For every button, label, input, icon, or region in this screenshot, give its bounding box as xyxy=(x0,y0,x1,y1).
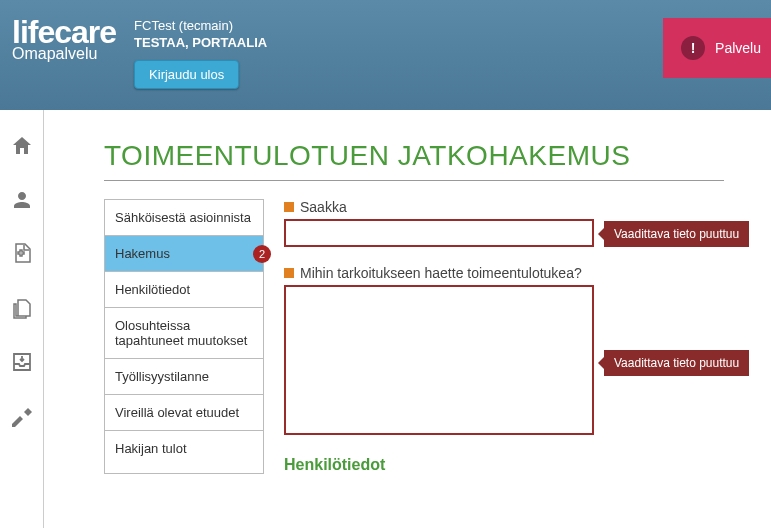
page-title: TOIMEENTULOTUEN JATKOHAKEMUS xyxy=(104,140,771,172)
alert-icon: ! xyxy=(681,36,705,60)
step-hakemus[interactable]: Hakemus 2 xyxy=(105,236,263,272)
app-header: lifecare Omapalvelu FCTest (tecmain) TES… xyxy=(0,0,771,110)
step-vireilla[interactable]: Vireillä olevat etuudet xyxy=(105,395,263,431)
body-wrap: TOIMEENTULOTUEN JATKOHAKEMUS Sähköisestä… xyxy=(0,110,771,528)
step-label: Hakemus xyxy=(115,246,170,261)
service-alert[interactable]: ! Palvelu xyxy=(663,18,771,78)
form-column: Saakka Vaadittava tieto puuttuu Mihin ta… xyxy=(284,199,771,474)
field-saakka: Saakka Vaadittava tieto puuttuu xyxy=(284,199,771,247)
user-block: FCTest (tecmain) TESTAA, PORTAALIA Kirja… xyxy=(134,18,267,89)
person-icon[interactable] xyxy=(10,188,34,212)
step-hakijan-tulot[interactable]: Hakijan tulot xyxy=(105,431,263,466)
error-message: Vaadittava tieto puuttuu xyxy=(604,221,749,247)
error-badge: 2 xyxy=(253,245,271,263)
step-henkilotiedot[interactable]: Henkilötiedot xyxy=(105,272,263,308)
field-tarkoitus: Mihin tarkoitukseen haette toimeentulotu… xyxy=(284,265,771,438)
label-text: Saakka xyxy=(300,199,347,215)
main-row: Sähköisestä asioinnista Hakemus 2 Henkil… xyxy=(104,199,771,474)
step-label: Sähköisestä asioinnista xyxy=(115,210,251,225)
saakka-input[interactable] xyxy=(284,219,594,247)
inbox-icon[interactable] xyxy=(10,350,34,374)
gavel-icon[interactable] xyxy=(10,404,34,428)
error-message: Vaadittava tieto puuttuu xyxy=(604,350,749,376)
step-label: Hakijan tulot xyxy=(115,441,187,456)
title-divider xyxy=(104,180,724,181)
logo: lifecare Omapalvelu xyxy=(12,18,116,63)
field-label: Saakka xyxy=(284,199,771,215)
step-label: Työllisyystilanne xyxy=(115,369,209,384)
step-label: Henkilötiedot xyxy=(115,282,190,297)
section-heading: Henkilötiedot xyxy=(284,456,771,474)
user-name: TESTAA, PORTAALIA xyxy=(134,35,267,50)
step-tyollisyys[interactable]: Työllisyystilanne xyxy=(105,359,263,395)
user-context: FCTest (tecmain) xyxy=(134,18,267,33)
content-area: TOIMEENTULOTUEN JATKOHAKEMUS Sähköisestä… xyxy=(44,110,771,528)
file-add-icon[interactable] xyxy=(10,242,34,266)
logo-main: lifecare xyxy=(12,18,116,47)
step-nav: Sähköisestä asioinnista Hakemus 2 Henkil… xyxy=(104,199,264,474)
step-sahkoisesta[interactable]: Sähköisestä asioinnista xyxy=(105,200,263,236)
logout-button[interactable]: Kirjaudu ulos xyxy=(134,60,239,89)
alert-label: Palvelu xyxy=(715,40,761,56)
label-text: Mihin tarkoitukseen haette toimeentulotu… xyxy=(300,265,582,281)
required-marker-icon xyxy=(284,202,294,212)
step-label: Olosuhteissa tapahtuneet muutokset xyxy=(115,318,247,348)
home-icon[interactable] xyxy=(10,134,34,158)
field-label: Mihin tarkoitukseen haette toimeentulotu… xyxy=(284,265,771,281)
required-marker-icon xyxy=(284,268,294,278)
sidebar-icons xyxy=(0,110,44,528)
tarkoitus-textarea[interactable] xyxy=(284,285,594,435)
step-olosuhteissa[interactable]: Olosuhteissa tapahtuneet muutokset xyxy=(105,308,263,359)
files-icon[interactable] xyxy=(10,296,34,320)
step-label: Vireillä olevat etuudet xyxy=(115,405,239,420)
